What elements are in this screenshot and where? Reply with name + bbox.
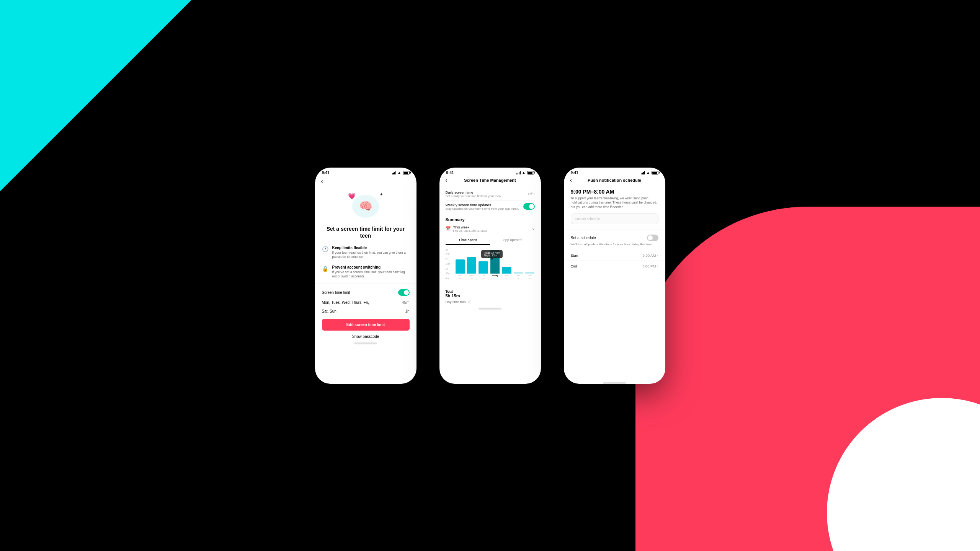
set-schedule-toggle[interactable] bbox=[647, 235, 658, 241]
bar-sun-fill bbox=[456, 259, 465, 274]
set-schedule-row: Set a schedule bbox=[564, 231, 665, 243]
signal-bars-3 bbox=[641, 171, 645, 174]
y-label-3h: 3h bbox=[446, 248, 451, 251]
daily-title: Daily screen time bbox=[446, 190, 502, 194]
clock-icon: 🕐 bbox=[322, 246, 328, 252]
bar-sat-fill bbox=[525, 272, 534, 273]
phone3-back-button[interactable]: ‹ bbox=[570, 177, 572, 184]
total-label: Total bbox=[446, 290, 535, 293]
phone1-status-icons: ▲ bbox=[392, 171, 410, 174]
phone3-status-bar: 9:41 ▲ bbox=[564, 168, 665, 176]
sparkle-icon: ✦ bbox=[379, 192, 383, 197]
daily-section: Daily screen time Set a daily screen tim… bbox=[439, 186, 541, 215]
home-indicator bbox=[354, 342, 377, 344]
screen-time-toggle-row: Screen time limit bbox=[315, 287, 416, 298]
weekly-desc: Stay updated on your teen's time from yo… bbox=[446, 207, 519, 210]
feature1-text: Keep limits flexible If your teen reache… bbox=[332, 246, 410, 259]
end-chevron-icon: › bbox=[657, 264, 658, 268]
tabs-row: Time spent App opened bbox=[446, 236, 535, 245]
phone1-time: 9:41 bbox=[322, 171, 330, 175]
this-week-date: Feb 26, 2023–Mar 4, 2023 bbox=[453, 229, 487, 233]
feature2-desc: If you've set a screen time limit, your … bbox=[332, 270, 410, 279]
phone2-header: ‹ Screen Time Management bbox=[439, 176, 541, 186]
tooltip-night: Night: 32m bbox=[484, 254, 500, 257]
signal-bars bbox=[392, 171, 396, 174]
end-time-row[interactable]: End 3:00 PM › bbox=[564, 261, 665, 271]
chart-tooltip: Total: 1h 45m Night: 32m bbox=[481, 250, 503, 258]
feature2-title: Prevent account switching bbox=[332, 265, 410, 269]
tab-time-spent[interactable]: Time spent bbox=[446, 236, 490, 245]
battery-icon bbox=[403, 171, 410, 174]
feature1: 🕐 Keep limits flexible If your teen reac… bbox=[315, 244, 416, 261]
start-value: 9:00 AM bbox=[642, 253, 656, 258]
chart-y-labels: 3h 2.5h 2h 1.5h 1h 30m 0m bbox=[446, 248, 451, 280]
total-row: Total 5h 15m bbox=[439, 287, 541, 299]
weekday-label: Mon, Tues, Wed, Thurs, Fri, bbox=[322, 300, 369, 305]
daily-row[interactable]: Daily screen time Set a daily screen tim… bbox=[446, 188, 535, 201]
battery-fill bbox=[403, 172, 408, 174]
phone3-title: Push notification schedule bbox=[588, 178, 641, 183]
start-value-area: 9:00 AM › bbox=[642, 253, 658, 258]
this-week-title: This week bbox=[453, 225, 487, 229]
y-label-0m: 0m bbox=[446, 277, 451, 280]
bar-mon: Mon 27 bbox=[467, 248, 476, 280]
weekday-row: Mon, Tues, Wed, Thurs, Fri, 45m bbox=[315, 298, 416, 307]
weekend-row: Sat, Sun 1h bbox=[315, 307, 416, 316]
screen-time-toggle[interactable] bbox=[398, 289, 410, 296]
battery-icon-3 bbox=[652, 171, 658, 174]
y-label-2h5: 2.5h bbox=[446, 253, 451, 256]
weekend-value: 1h bbox=[405, 309, 409, 313]
end-label: End bbox=[571, 264, 577, 268]
custom-schedule-input[interactable]: Custom schedule bbox=[571, 214, 658, 224]
push-description: To support your teen's well-being, we wo… bbox=[564, 196, 665, 214]
feature1-desc: If your teen reaches their limit, you ca… bbox=[332, 251, 410, 259]
bar-sat: Sat 4 bbox=[525, 248, 534, 280]
battery-icon-2 bbox=[527, 171, 534, 174]
weekend-label: Sat, Sun bbox=[322, 309, 336, 313]
chart-area: 3h 2.5h 2h 1.5h 1h 30m 0m Sun 26 bbox=[439, 245, 541, 287]
weekly-title: Weekly screen time updates bbox=[446, 203, 519, 207]
tooltip-total: Total: 1h 45m bbox=[484, 251, 500, 254]
hero-area: 🧠 💗 ✦ bbox=[315, 188, 416, 225]
feature2-text: Prevent account switching If you've set … bbox=[332, 265, 410, 279]
day-total-row: Day time total ⓘ bbox=[439, 299, 541, 305]
y-label-1h5: 1.5h bbox=[446, 262, 451, 265]
end-value: 3:00 PM bbox=[642, 264, 656, 268]
signal-bar-1 bbox=[392, 173, 393, 174]
weekday-value: 45m bbox=[402, 300, 409, 305]
lock-icon: 🔒 bbox=[322, 266, 328, 272]
this-week-info: This week Feb 26, 2023–Mar 4, 2023 bbox=[453, 225, 487, 233]
feature2: 🔒 Prevent account switching If you've se… bbox=[315, 263, 416, 280]
show-passcode-button[interactable]: Show passcode bbox=[315, 333, 416, 340]
y-label-30m: 30m bbox=[446, 272, 451, 275]
phone3-header: ‹ Push notification schedule bbox=[564, 176, 665, 186]
this-week-left: 📅 This week Feb 26, 2023–Mar 4, 2023 bbox=[446, 225, 487, 233]
start-time-row[interactable]: Start 9:00 AM › bbox=[564, 250, 665, 261]
tab-app-opened[interactable]: App opened bbox=[490, 236, 535, 245]
edit-button[interactable]: Edit screen time limit bbox=[322, 319, 410, 331]
start-label: Start bbox=[571, 253, 578, 258]
daily-left: Daily screen time Set a daily screen tim… bbox=[446, 190, 502, 198]
phone3-status-icons: ▲ bbox=[641, 171, 658, 174]
phone2-title: Screen Time Management bbox=[464, 178, 516, 183]
brain-icon: 🧠 bbox=[352, 195, 379, 218]
phone1-title: Set a screen time limit for your teen bbox=[315, 225, 416, 244]
phone2-time: 9:41 bbox=[446, 171, 454, 175]
back-button[interactable]: ‹ bbox=[321, 178, 323, 184]
set-schedule-desc: We'll turn off push notifications for yo… bbox=[564, 243, 665, 249]
signal-bar-3 bbox=[394, 172, 395, 174]
feature1-title: Keep limits flexible bbox=[332, 246, 410, 250]
daily-right: Off › bbox=[528, 192, 535, 196]
weekly-toggle[interactable] bbox=[523, 203, 535, 210]
bar-mon-fill bbox=[467, 257, 476, 274]
chevron-down-icon: ∨ bbox=[532, 227, 535, 231]
this-week-row[interactable]: 📅 This week Feb 26, 2023–Mar 4, 2023 ∨ bbox=[439, 223, 541, 234]
phone2-back-button[interactable]: ‹ bbox=[446, 177, 448, 184]
bar-thu: Thu 2 bbox=[502, 248, 511, 280]
bg-cyan-shape bbox=[0, 0, 191, 191]
push-time-range: 9:00 PM–8:00 AM bbox=[564, 186, 665, 196]
bar-tue-fill bbox=[479, 261, 488, 273]
home-indicator-2 bbox=[479, 308, 501, 310]
signal-bars-2 bbox=[516, 171, 521, 174]
phone3-content: ‹ Push notification schedule 9:00 PM–8:0… bbox=[564, 176, 665, 384]
